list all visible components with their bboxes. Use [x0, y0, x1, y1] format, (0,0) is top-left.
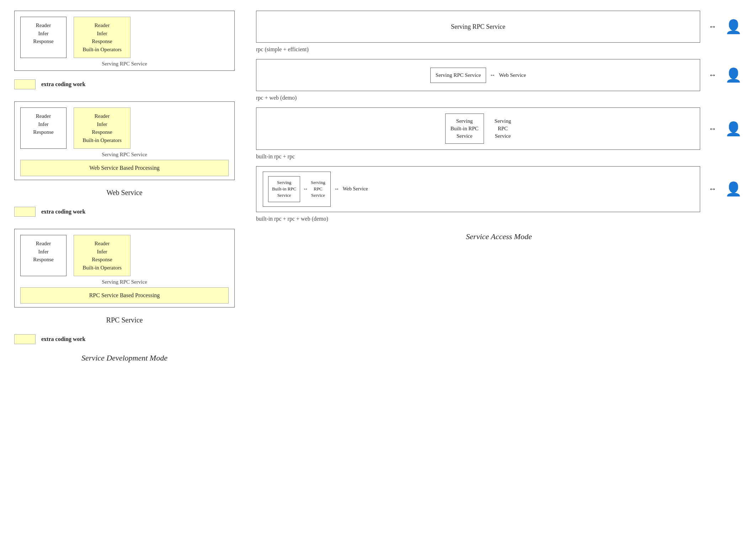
legend-label-3: extra coding work — [41, 336, 85, 342]
right-side: Serving RPC Service ↔ 👤 rpc (simple + ef… — [256, 11, 742, 363]
access-outer-box-2: Serving RPC Service ↔ Web Service — [256, 59, 700, 91]
inner-row-1: ReaderInferResponse ReaderInferResponseB… — [20, 17, 229, 58]
legend-row-3: extra coding work — [14, 334, 235, 344]
access-label-1: Serving RPC Service — [451, 23, 505, 31]
inner-arrow-d2: ↔ — [490, 72, 495, 78]
inner-row-2: ReaderInferResponse ReaderInferResponseB… — [20, 107, 229, 149]
inner-box-d3-1: ServingBuilt-in RPCService — [445, 114, 484, 144]
caption-2: rpc + web (demo) — [256, 95, 742, 101]
rpc-service-processing-label: RPC Service Based Processing — [20, 287, 229, 304]
dev-mode-footer: Service Development Mode — [14, 353, 235, 363]
access-outer-box-1: Serving RPC Service — [256, 11, 700, 43]
white-box-1: ReaderInferResponse — [20, 17, 66, 58]
person-icon-2: 👤 — [725, 68, 742, 82]
dev-section: ReaderInferResponse ReaderInferResponseB… — [14, 11, 235, 350]
access-row-1: Serving RPC Service ↔ 👤 — [256, 11, 742, 43]
legend-yellow-1 — [14, 79, 36, 89]
rpc-service-box: ReaderInferResponse ReaderInferResponseB… — [14, 11, 235, 71]
access-row-3: ServingBuilt-in RPCService ServingRPCSer… — [256, 107, 742, 150]
access-row-2: Serving RPC Service ↔ Web Service ↔ 👤 — [256, 59, 742, 91]
inner-inner-box-2: ServingRPCService — [311, 179, 325, 199]
rpc-service-label-1: Serving RPC Service — [20, 61, 229, 67]
arrow-3: ↔ — [709, 124, 717, 133]
arrow-4: ↔ — [709, 184, 717, 194]
left-side: ReaderInferResponse ReaderInferResponseB… — [14, 11, 235, 363]
access-outer-box-4: ServingBuilt-in RPCService ↔ ServingRPCS… — [256, 166, 700, 212]
white-box-2: ReaderInferResponse — [20, 107, 66, 149]
white-box-3: ReaderInferResponse — [20, 235, 66, 276]
inner-row-3: ReaderInferResponse ReaderInferResponseB… — [20, 235, 229, 276]
caption-3: built-in rpc + rpc — [256, 153, 742, 160]
inner-arrow-1: ↔ — [303, 186, 308, 192]
rpc-service-label-2: Serving RPC Service — [20, 152, 229, 158]
access-section: Serving RPC Service ↔ 👤 rpc (simple + ef… — [256, 11, 742, 228]
access-row-4: ServingBuilt-in RPCService ↔ ServingRPCS… — [256, 166, 742, 212]
legend-label-1: extra coding work — [41, 81, 85, 88]
inner-box-d2-1: Serving RPC Service — [430, 68, 486, 83]
arrow-1: ↔ — [709, 22, 717, 31]
inner-row-d4: ServingBuilt-in RPCService ↔ ServingRPCS… — [263, 172, 693, 207]
rpc-service-box-2: ReaderInferResponse ReaderInferResponseB… — [14, 229, 235, 308]
inner-nested-box: ServingBuilt-in RPCService ↔ ServingRPCS… — [263, 172, 331, 207]
yellow-box-3: ReaderInferResponseBuilt-in Operators — [74, 235, 131, 276]
legend-yellow-3 — [14, 334, 36, 344]
caption-1: rpc (simple + efficient) — [256, 46, 742, 53]
yellow-box-1: ReaderInferResponseBuilt-in Operators — [74, 17, 131, 58]
inner-arrow-2: ↔ — [334, 186, 339, 192]
inner-row-d2: Serving RPC Service ↔ Web Service — [430, 68, 526, 83]
access-mode-footer: Service Access Mode — [256, 232, 742, 241]
caption-4: built-in rpc + rpc + web (demo) — [256, 216, 742, 222]
rpc-service-label-3: Serving RPC Service — [20, 279, 229, 285]
inner-inner-box-1: ServingBuilt-in RPCService — [268, 176, 300, 202]
legend-yellow-2 — [14, 207, 36, 217]
rpc-service-title: RPC Service — [14, 316, 235, 324]
web-service-title: Web Service — [14, 189, 235, 197]
main-container: ReaderInferResponse ReaderInferResponseB… — [14, 11, 742, 363]
person-icon-3: 👤 — [725, 122, 742, 136]
arrow-2: ↔ — [709, 70, 717, 80]
inner-row-d3: ServingBuilt-in RPCService ServingRPCSer… — [445, 114, 511, 144]
web-service-processing-label: Web Service Based Processing — [20, 160, 229, 176]
yellow-box-2: ReaderInferResponseBuilt-in Operators — [74, 107, 131, 149]
web-service-d4: Web Service — [343, 186, 368, 192]
person-icon-4: 👤 — [725, 182, 742, 196]
inner-box-d3-2: ServingRPCService — [495, 117, 511, 140]
web-service-box: ReaderInferResponse ReaderInferResponseB… — [14, 101, 235, 180]
legend-row-1: extra coding work — [14, 79, 235, 89]
access-outer-box-3: ServingBuilt-in RPCService ServingRPCSer… — [256, 107, 700, 150]
legend-row-2: extra coding work — [14, 207, 235, 217]
inner-box-d2-2: Web Service — [499, 72, 526, 78]
person-icon-1: 👤 — [725, 20, 742, 33]
legend-label-2: extra coding work — [41, 209, 85, 215]
